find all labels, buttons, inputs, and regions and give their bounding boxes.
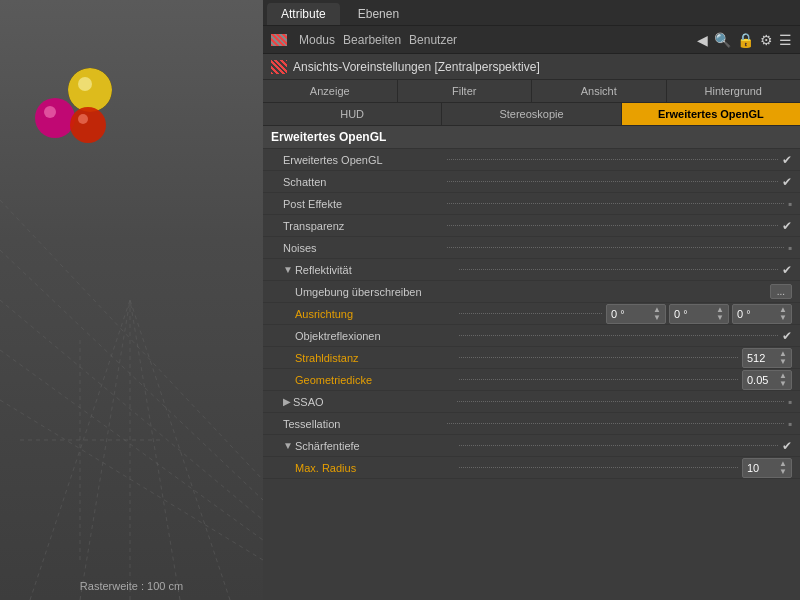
subtab-erweitertes-opengl[interactable]: Erweitertes OpenGL — [622, 103, 800, 125]
prop-dots — [447, 225, 778, 226]
prop-tessellation: Tessellation ▪ — [263, 413, 800, 435]
lock-icon[interactable]: 🔒 — [737, 32, 754, 48]
max-radius-input[interactable]: 10 ▲▼ — [742, 458, 792, 478]
subtab-stereoskopie[interactable]: Stereoskopie — [442, 103, 621, 125]
view-title-text: Ansichts-Voreinstellungen [Zentralperspe… — [293, 60, 540, 74]
prop-label-tessellation: Tessellation — [283, 418, 443, 430]
scharfentiefe-triangle[interactable]: ▼ — [283, 440, 293, 451]
svg-line-6 — [80, 300, 130, 600]
prop-scharfentiefe: ▼ Schärfentiefe ✔ — [263, 435, 800, 457]
toolbar-modus[interactable]: Modus — [299, 33, 335, 47]
prop-reflektivitat: ▼ Reflektivität ✔ — [263, 259, 800, 281]
prop-value-noises[interactable]: ▪ — [788, 241, 792, 255]
prop-label-max-radius: Max. Radius — [295, 462, 455, 474]
strahldistanz-input[interactable]: 512 ▲▼ — [742, 348, 792, 368]
ausrichtung-z-input[interactable]: 0 ° ▲▼ — [732, 304, 792, 324]
subtab-anzeige[interactable]: Anzeige — [263, 80, 398, 102]
settings-icon[interactable]: ⚙ — [760, 32, 773, 48]
prop-label-erweitertes-opengl: Erweitertes OpenGL — [283, 154, 443, 166]
back-icon[interactable]: ◀ — [697, 32, 708, 48]
geometriedicke-input[interactable]: 0.05 ▲▼ — [742, 370, 792, 390]
prop-label-scharfentiefe: Schärfentiefe — [295, 440, 455, 452]
prop-dots — [447, 203, 784, 204]
prop-transparenz: Transparenz ✔ — [263, 215, 800, 237]
svg-line-2 — [0, 300, 263, 520]
prop-umgebung: Umgebung überschreiben ... — [263, 281, 800, 303]
tab-ebenen[interactable]: Ebenen — [344, 3, 413, 25]
reflektivitat-triangle[interactable]: ▼ — [283, 264, 293, 275]
toolbar-benutzer[interactable]: Benutzer — [409, 33, 457, 47]
prop-max-radius: Max. Radius 10 ▲▼ — [263, 457, 800, 479]
svg-line-9 — [130, 300, 230, 600]
toolbar-bearbeiten[interactable]: Bearbeiten — [343, 33, 401, 47]
prop-dots — [459, 467, 738, 468]
svg-point-13 — [68, 68, 112, 112]
prop-label-schatten: Schatten — [283, 176, 443, 188]
subtab-filter[interactable]: Filter — [398, 80, 533, 102]
svg-point-17 — [70, 107, 106, 143]
prop-label-noises: Noises — [283, 242, 443, 254]
menu-icon[interactable]: ☰ — [779, 32, 792, 48]
prop-label-transparenz: Transparenz — [283, 220, 443, 232]
prop-objektreflexionen: Objektreflexionen ✔ — [263, 325, 800, 347]
prop-label-reflektivitat: Reflektivität — [295, 264, 455, 276]
prop-label-geometriedicke: Geometriedicke — [295, 374, 455, 386]
prop-value-ausrichtung: 0 ° ▲▼ 0 ° ▲▼ 0 ° ▲▼ — [606, 304, 792, 324]
subtab-hud[interactable]: HUD — [263, 103, 442, 125]
ausrichtung-y-input[interactable]: 0 ° ▲▼ — [669, 304, 729, 324]
prop-value-objektreflexionen[interactable]: ✔ — [782, 329, 792, 343]
prop-dots — [459, 445, 778, 446]
subtab-ansicht[interactable]: Ansicht — [532, 80, 667, 102]
subtabs-bar2: HUD Stereoskopie Erweitertes OpenGL — [263, 103, 800, 126]
prop-label-objektreflexionen: Objektreflexionen — [295, 330, 455, 342]
prop-erweitertes-opengl: Erweitertes OpenGL ✔ — [263, 149, 800, 171]
prop-ssao: ▶ SSAO ▪ — [263, 391, 800, 413]
prop-strahldistanz: Strahldistanz 512 ▲▼ — [263, 347, 800, 369]
prop-value-post-effekte[interactable]: ▪ — [788, 197, 792, 211]
prop-value-tessellation[interactable]: ▪ — [788, 417, 792, 431]
prop-value-erweitertes-opengl[interactable]: ✔ — [782, 153, 792, 167]
prop-dots — [459, 379, 738, 380]
svg-point-15 — [35, 98, 75, 138]
view-title-icon — [271, 60, 287, 74]
svg-line-1 — [0, 250, 263, 500]
viewport-label: Rasterweite : 100 cm — [80, 580, 183, 592]
prop-value-ssao[interactable]: ▪ — [788, 395, 792, 409]
subtabs-bar: Anzeige Filter Ansicht Hintergrund — [263, 80, 800, 103]
prop-dots — [459, 335, 778, 336]
prop-dots — [459, 269, 778, 270]
prop-label-ausrichtung: Ausrichtung — [295, 308, 455, 320]
ssao-triangle[interactable]: ▶ — [283, 396, 291, 407]
prop-dots — [447, 181, 778, 182]
max-radius-value: 10 — [747, 462, 759, 474]
prop-value-umgebung-dots[interactable]: ... — [770, 284, 792, 299]
svg-line-0 — [0, 200, 263, 480]
prop-schatten: Schatten ✔ — [263, 171, 800, 193]
ausrichtung-x-input[interactable]: 0 ° ▲▼ — [606, 304, 666, 324]
svg-line-3 — [0, 350, 263, 540]
prop-dots — [459, 357, 738, 358]
tab-attribute[interactable]: Attribute — [267, 3, 340, 25]
viewport-area: Rasterweite : 100 cm — [0, 0, 263, 600]
properties-panel: Attribute Ebenen Modus Bearbeiten Benutz… — [263, 0, 800, 600]
prop-dots — [459, 313, 602, 314]
prop-value-scharfentiefe[interactable]: ✔ — [782, 439, 792, 453]
subtab-hintergrund[interactable]: Hintergrund — [667, 80, 801, 102]
view-title-bar: Ansichts-Voreinstellungen [Zentralperspe… — [263, 54, 800, 80]
search-icon[interactable]: 🔍 — [714, 32, 731, 48]
geometriedicke-value: 0.05 — [747, 374, 768, 386]
svg-point-14 — [78, 77, 92, 91]
prop-post-effekte: Post Effekte ▪ — [263, 193, 800, 215]
svg-line-4 — [0, 400, 263, 560]
strahldistanz-value: 512 — [747, 352, 765, 364]
prop-value-reflektivitat[interactable]: ✔ — [782, 263, 792, 277]
prop-dots — [457, 401, 784, 402]
prop-noises: Noises ▪ — [263, 237, 800, 259]
top-tabs-bar: Attribute Ebenen — [263, 0, 800, 26]
prop-geometriedicke: Geometriedicke 0.05 ▲▼ — [263, 369, 800, 391]
prop-value-schatten[interactable]: ✔ — [782, 175, 792, 189]
prop-dots — [447, 247, 784, 248]
toolbar: Modus Bearbeiten Benutzer ◀ 🔍 🔒 ⚙ ☰ — [263, 26, 800, 54]
prop-value-transparenz[interactable]: ✔ — [782, 219, 792, 233]
prop-label-ssao: SSAO — [293, 396, 453, 408]
